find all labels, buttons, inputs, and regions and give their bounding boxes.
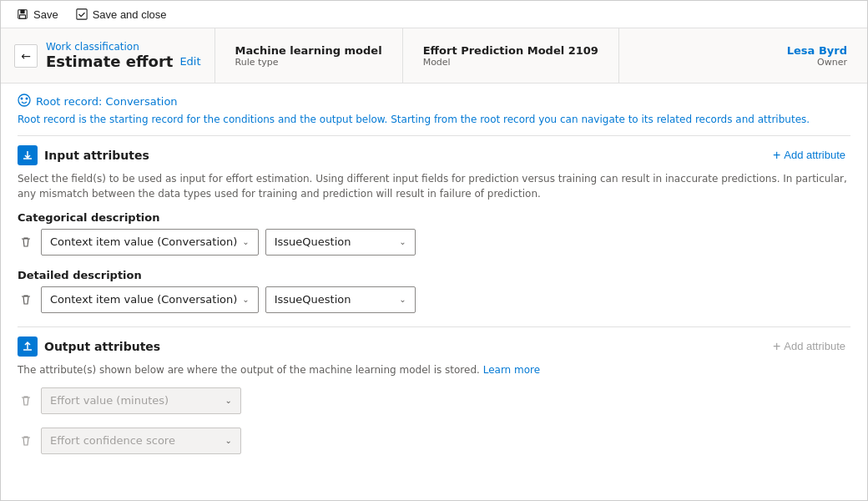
output-section-desc: The attribute(s) shown below are where t…: [18, 362, 850, 377]
output-title-text: Output attributes: [44, 340, 160, 353]
output-section-title: Output attributes: [18, 337, 160, 357]
save-close-label: Save and close: [93, 8, 167, 21]
output-chevron-2: ⌄: [225, 436, 232, 445]
save-close-icon: [75, 8, 88, 21]
output-attributes-section: Output attributes + Add attribute The at…: [18, 326, 850, 454]
categorical-group-label: Categorical description: [18, 211, 850, 224]
learn-more-link[interactable]: Learn more: [483, 364, 540, 376]
output-icon: [18, 337, 38, 357]
save-icon: [16, 8, 29, 21]
save-label: Save: [33, 8, 58, 21]
add-input-attribute-button[interactable]: + Add attribute: [768, 144, 850, 166]
svg-rect-2: [20, 15, 26, 18]
detailed-type-chevron-1: ⌄: [399, 295, 406, 304]
output-section-header: Output attributes + Add attribute: [18, 336, 850, 357]
model-item: Effort Prediction Model 2109 Model: [403, 28, 619, 83]
back-icon: ←: [21, 49, 31, 63]
page-title-text: Estimate effort: [46, 53, 173, 70]
save-button[interactable]: Save: [9, 4, 65, 24]
owner-name[interactable]: Lesa Byrd: [787, 44, 847, 57]
svg-rect-1: [20, 10, 24, 13]
rule-type-label: Rule type: [235, 57, 382, 68]
input-section-title: Input attributes: [18, 145, 149, 165]
rule-type-value: Machine learning model: [235, 44, 382, 57]
delete-detailed-1-button[interactable]: [18, 291, 34, 308]
root-icon: [18, 94, 31, 109]
categorical-row-1: Context item value (Conversation) ⌄ Issu…: [18, 229, 850, 256]
svg-point-5: [21, 98, 23, 100]
detailed-field-dropdown-1[interactable]: Context item value (Conversation) ⌄: [41, 286, 259, 313]
add-output-attribute-button: + Add attribute: [768, 336, 850, 357]
root-record-title: Root record: Conversation: [18, 94, 850, 109]
main-content: Root record: Conversation Root record is…: [1, 84, 867, 501]
edit-link[interactable]: Edit: [179, 55, 200, 68]
detailed-group-label: Detailed description: [18, 269, 850, 281]
svg-point-4: [18, 94, 30, 106]
categorical-field-dropdown-1[interactable]: Context item value (Conversation) ⌄: [41, 229, 259, 256]
input-section-header: Input attributes + Add attribute: [18, 144, 850, 166]
add-input-label: Add attribute: [784, 149, 845, 161]
categorical-type-dropdown-1[interactable]: IssueQuestion ⌄: [265, 229, 416, 256]
header-title-block: Work classification Estimate effort Edit: [46, 41, 201, 70]
root-record-section: Root record: Conversation Root record is…: [18, 94, 850, 127]
back-button[interactable]: ←: [14, 44, 38, 68]
owner-label: Owner: [787, 57, 847, 68]
delete-categorical-1-button[interactable]: [18, 234, 34, 250]
input-icon: [18, 145, 38, 165]
root-record-desc: Root record is the starting record for t…: [18, 113, 850, 127]
detailed-row-1: Context item value (Conversation) ⌄ Issu…: [18, 286, 850, 313]
root-record-title-text: Root record: Conversation: [36, 95, 178, 108]
page-title-row: Estimate effort Edit: [46, 53, 201, 70]
save-close-button[interactable]: Save and close: [68, 4, 174, 24]
svg-point-6: [26, 98, 28, 100]
input-section-desc: Select the field(s) to be used as input …: [18, 171, 850, 201]
delete-output-2-button[interactable]: [18, 433, 34, 449]
model-label: Model: [423, 57, 598, 68]
input-title-text: Input attributes: [44, 149, 149, 162]
owner-block: Lesa Byrd Owner: [767, 28, 867, 83]
output-field-dropdown-2: Effort confidence score ⌄: [41, 428, 241, 454]
breadcrumb[interactable]: Work classification: [46, 41, 201, 53]
svg-rect-3: [77, 9, 87, 19]
output-chevron-1: ⌄: [225, 396, 232, 405]
page-header: ← Work classification Estimate effort Ed…: [1, 28, 867, 84]
model-value: Effort Prediction Model 2109: [423, 44, 598, 57]
output-row-1: Effort value (minutes) ⌄: [18, 387, 850, 414]
header-meta: Machine learning model Rule type Effort …: [214, 28, 619, 83]
header-left: ← Work classification Estimate effort Ed…: [1, 28, 214, 83]
output-row-2: Effort confidence score ⌄: [18, 428, 850, 454]
detailed-field-chevron-1: ⌄: [242, 295, 249, 304]
categorical-type-chevron-1: ⌄: [399, 237, 406, 246]
add-input-plus-icon: +: [773, 148, 780, 163]
add-output-label: Add attribute: [784, 340, 845, 352]
detailed-type-dropdown-1[interactable]: IssueQuestion ⌄: [265, 286, 416, 313]
add-output-plus-icon: +: [773, 339, 780, 354]
input-attributes-section: Input attributes + Add attribute Select …: [18, 135, 850, 313]
categorical-field-chevron-1: ⌄: [242, 237, 249, 246]
delete-output-1-button[interactable]: [18, 392, 34, 409]
rule-type-item: Machine learning model Rule type: [215, 28, 403, 83]
toolbar: Save Save and close: [1, 1, 867, 28]
output-field-dropdown-1: Effort value (minutes) ⌄: [41, 387, 241, 414]
